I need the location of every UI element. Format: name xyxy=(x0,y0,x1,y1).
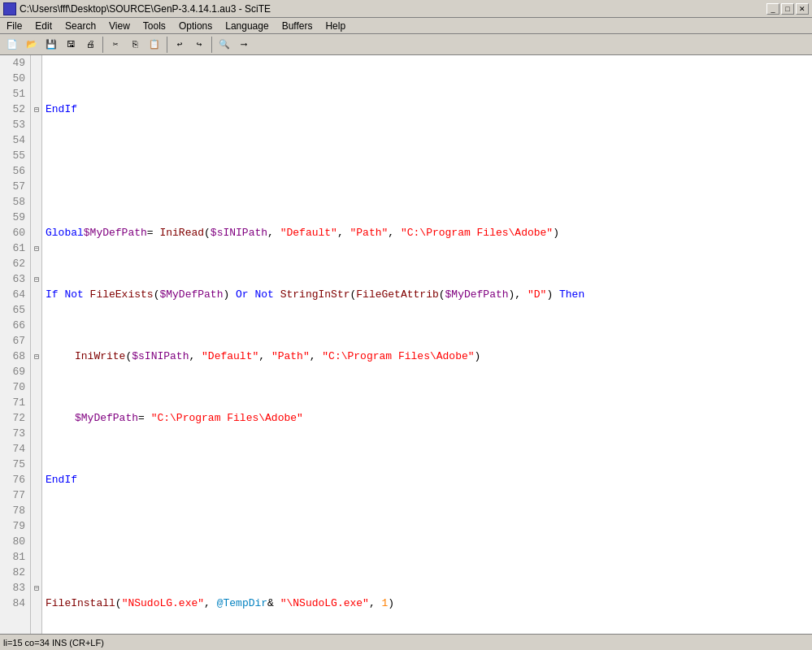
menu-help[interactable]: Help xyxy=(319,18,352,33)
fold-62 xyxy=(31,256,42,271)
menu-bar: File Edit Search View Tools Options Lang… xyxy=(0,18,812,34)
new-button[interactable]: 📄 xyxy=(3,36,21,54)
fold-column: ⊟ ⊟ ⊟ ⊟ xyxy=(31,55,42,634)
line-56 xyxy=(46,534,809,549)
fold-81 xyxy=(31,549,42,565)
undo-button[interactable]: ↩ xyxy=(171,36,189,54)
minimize-button[interactable]: _ xyxy=(766,3,779,15)
toolbar-sep-1 xyxy=(102,37,103,53)
fold-65 xyxy=(31,302,42,318)
fold-74 xyxy=(31,441,42,457)
save-button[interactable]: 💾 xyxy=(42,36,60,54)
fold-68[interactable]: ⊟ xyxy=(31,349,42,364)
status-bar: li=15 co=34 INS (CR+LF) xyxy=(0,634,812,650)
fold-66 xyxy=(31,318,42,333)
fold-55 xyxy=(31,148,42,163)
open-button[interactable]: 📂 xyxy=(23,36,41,54)
fold-78 xyxy=(31,503,42,518)
line-51: Global $MyDefPath = IniRead($sINIPath, "… xyxy=(46,225,809,240)
menu-search[interactable]: Search xyxy=(59,18,102,33)
fold-54 xyxy=(31,132,42,148)
fold-80 xyxy=(31,534,42,549)
fold-77 xyxy=(31,488,42,503)
window-title: C:\Users\fff\Desktop\SOURCE\GenP-3.4.14.… xyxy=(20,3,766,15)
editor-area: 49 50 51 52 53 54 55 56 57 58 59 60 61 6… xyxy=(0,55,812,634)
print-button[interactable]: 🖨 xyxy=(81,36,99,54)
fold-71 xyxy=(31,395,42,410)
menu-view[interactable]: View xyxy=(102,18,137,33)
fold-56 xyxy=(31,163,42,179)
line-53: IniWrite($sINIPath, "Default", "Path", "… xyxy=(46,349,809,364)
line-57: FileInstall("NSudoLG.exe", @TempDir & "\… xyxy=(46,596,809,611)
maximize-button[interactable]: □ xyxy=(781,3,794,15)
menu-options[interactable]: Options xyxy=(172,18,219,33)
cut-button[interactable]: ✂ xyxy=(106,36,124,54)
fold-83[interactable]: ⊟ xyxy=(31,580,42,596)
find-button[interactable]: 🔍 xyxy=(215,36,233,54)
close-button[interactable]: ✕ xyxy=(796,3,809,15)
fold-70 xyxy=(31,379,42,395)
fold-52[interactable]: ⊟ xyxy=(31,102,42,117)
redo-button[interactable]: ↪ xyxy=(190,36,208,54)
code-container[interactable]: 49 50 51 52 53 54 55 56 57 58 59 60 61 6… xyxy=(0,55,812,634)
fold-76 xyxy=(31,472,42,488)
fold-75 xyxy=(31,457,42,472)
code-editor[interactable]: EndIf Global $MyDefPath = IniRead($sINIP… xyxy=(42,55,812,634)
fold-49 xyxy=(31,55,42,71)
menu-language[interactable]: Language xyxy=(219,18,275,33)
menu-tools[interactable]: Tools xyxy=(137,18,172,33)
line-numbers: 49 50 51 52 53 54 55 56 57 58 59 60 61 6… xyxy=(0,55,31,634)
fold-57 xyxy=(31,179,42,194)
title-bar: C:\Users\fff\Desktop\SOURCE\GenP-3.4.14.… xyxy=(0,0,812,18)
fold-63[interactable]: ⊟ xyxy=(31,271,42,287)
line-54: $MyDefPath = "C:\Program Files\Adobe" xyxy=(46,410,809,426)
fold-59 xyxy=(31,210,42,225)
toolbar-sep-2 xyxy=(167,37,167,53)
fold-64 xyxy=(31,287,42,302)
fold-84 xyxy=(31,596,42,611)
save-all-button[interactable]: 🖫 xyxy=(62,36,80,54)
line-55: EndIf xyxy=(46,472,809,488)
title-buttons: _ □ ✕ xyxy=(766,3,809,15)
fold-50 xyxy=(31,71,42,86)
fold-61[interactable]: ⊟ xyxy=(31,240,42,256)
fold-51 xyxy=(31,86,42,102)
find-next-button[interactable]: ⟶ xyxy=(235,36,253,54)
menu-buffers[interactable]: Buffers xyxy=(276,18,319,33)
fold-73 xyxy=(31,426,42,441)
toolbar-sep-3 xyxy=(211,37,212,53)
fold-82 xyxy=(31,565,42,580)
paste-button[interactable]: 📋 xyxy=(145,36,163,54)
fold-53 xyxy=(31,117,42,132)
fold-79 xyxy=(31,518,42,534)
line-52: If Not FileExists($MyDefPath) Or Not Str… xyxy=(46,287,809,302)
fold-60 xyxy=(31,225,42,240)
fold-67 xyxy=(31,333,42,349)
toolbar: 📄 📂 💾 🖫 🖨 ✂ ⎘ 📋 ↩ ↪ 🔍 ⟶ xyxy=(0,34,812,55)
fold-69 xyxy=(31,364,42,379)
line-50 xyxy=(46,163,809,179)
fold-58 xyxy=(31,194,42,210)
copy-button[interactable]: ⎘ xyxy=(126,36,144,54)
status-position: li=15 co=34 INS (CR+LF) xyxy=(3,638,104,648)
menu-edit[interactable]: Edit xyxy=(28,18,59,33)
app-icon xyxy=(3,2,16,15)
fold-72 xyxy=(31,410,42,426)
line-49: EndIf xyxy=(46,102,809,117)
menu-file[interactable]: File xyxy=(0,18,28,33)
